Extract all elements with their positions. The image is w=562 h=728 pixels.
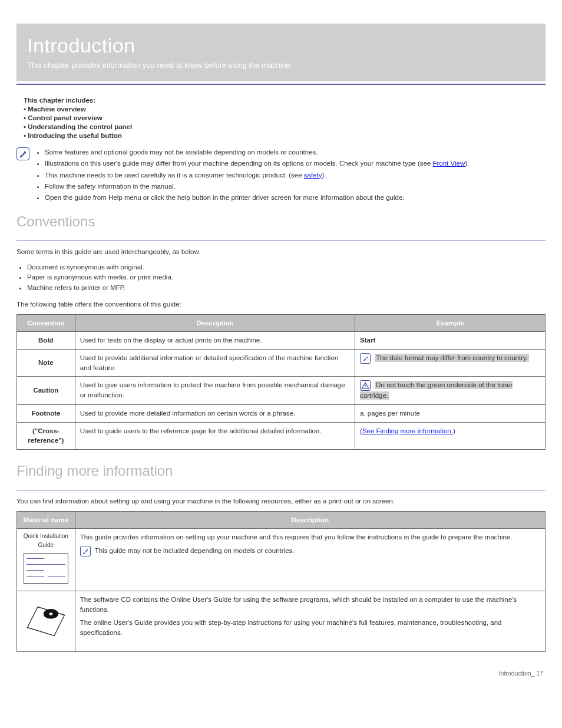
toc-item: Understanding the control panel [28, 123, 132, 130]
toc-item: Control panel overview [28, 114, 103, 121]
material-desc: This guide provides information on setti… [75, 529, 545, 591]
th-example: Example [355, 315, 546, 332]
cd-icon [22, 595, 70, 648]
conventions-table: Convention Description Example Bold Used… [16, 314, 546, 450]
th-convention: Convention [17, 315, 75, 332]
page-subtitle: This chapter provides information you ne… [27, 61, 535, 70]
cross-ref-link[interactable]: (See Finding more information.) [360, 427, 455, 434]
table-row: Note Used to provide additional informat… [17, 349, 546, 376]
title-banner: Introduction This chapter provides infor… [16, 24, 546, 81]
conventions-bullets: Document is synonymous with original. Pa… [27, 262, 546, 294]
table-row: Quick Installation Guide This guide prov… [17, 529, 546, 591]
banner-divider [16, 84, 546, 85]
table-row: ("Cross-reference") Used to guide users … [17, 422, 546, 449]
note-item: Open the guide from Help menu or click t… [45, 193, 469, 203]
table-row: Caution Used to give users information t… [17, 377, 546, 405]
conventions-heading: Conventions [16, 213, 546, 230]
page-footer: Introduction_ 17 [16, 670, 546, 677]
note-icon [16, 147, 29, 160]
section-divider [16, 490, 546, 490]
front-view-link[interactable]: Front View [432, 160, 465, 167]
chapter-includes: This chapter includes: • Machine overvie… [24, 97, 546, 139]
safety-link[interactable]: safety [304, 172, 322, 179]
conv-bullet: Machine refers to printer or MFP. [27, 283, 546, 294]
toc-item: Machine overview [28, 106, 85, 113]
conventions-intro: Some terms in this guide are used interc… [16, 247, 546, 257]
th-description: Description [75, 315, 355, 332]
section-divider [16, 241, 546, 241]
note-icon [80, 546, 91, 556]
note-item: This machine needs to be used carefully … [45, 170, 469, 180]
finding-heading: Finding more information [16, 463, 546, 479]
finding-table: Material name Description Quick Installa… [16, 511, 546, 652]
th-desc: Description [75, 512, 545, 529]
page-title: Introduction [27, 34, 535, 57]
svg-point-2 [49, 612, 52, 615]
material-name: Quick Installation Guide [22, 532, 70, 549]
conv-bullet: Paper is synonymous with media, or print… [27, 272, 546, 283]
table-row: The software CD contains the Online User… [17, 591, 546, 652]
quick-guide-icon [24, 553, 68, 584]
table-row: Bold Used for texts on the display or ac… [17, 332, 546, 350]
note-item: Follow the safety information in the man… [45, 182, 469, 192]
th-material: Material name [17, 512, 75, 529]
finding-intro: You can find information about setting u… [16, 496, 546, 506]
material-desc: The software CD contains the Online User… [75, 591, 545, 652]
caution-icon [360, 380, 371, 391]
table-row: Footnote Used to provide more detailed i… [17, 404, 546, 422]
conventions-table-intro: The following table offers the conventio… [16, 299, 546, 309]
chapter-includes-heading: This chapter includes: [24, 97, 546, 104]
toc-item: Introducing the useful button [28, 132, 122, 139]
note-icon [360, 353, 371, 364]
note-item: Some features and optional goods may not… [45, 147, 469, 157]
note-item: Illustrations on this user's guide may d… [45, 159, 469, 169]
conv-bullet: Document is synonymous with original. [27, 262, 546, 273]
intro-note-block: Some features and optional goods may not… [16, 147, 546, 204]
